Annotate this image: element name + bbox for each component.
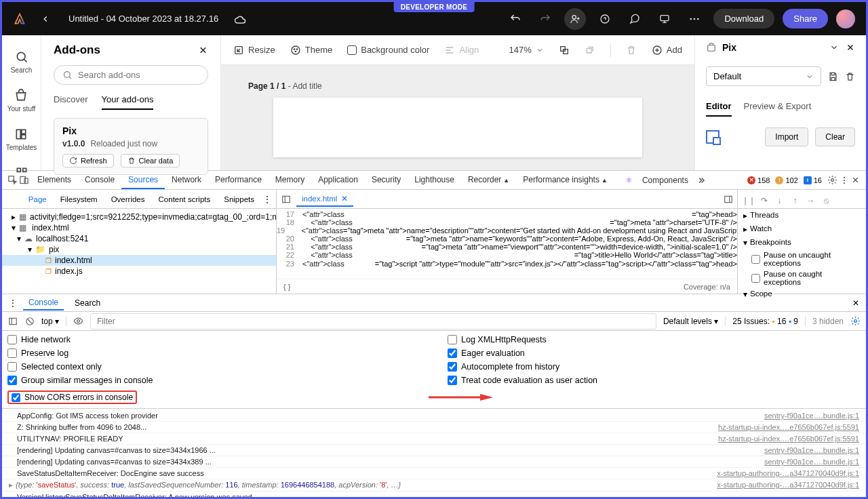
log-source[interactable]: x-startup-authoring-…a3471270040d9f.js:1	[717, 481, 859, 490]
tab-discover[interactable]: Discover	[54, 94, 88, 110]
tab-your-addons[interactable]: Your add-ons	[102, 94, 154, 110]
download-button[interactable]: Download	[713, 9, 774, 28]
close-icon[interactable]: ✕	[850, 298, 861, 308]
tab-editor[interactable]: Editor	[706, 101, 732, 117]
dt-tab-application[interactable]: Application	[311, 172, 365, 189]
addons-search[interactable]	[54, 65, 208, 85]
setting-show-cors[interactable]: Show CORS errors in console	[7, 391, 137, 404]
log-row[interactable]: VersionHistorySaveStatusDeltaItemReceive…	[2, 492, 866, 497]
close-icon[interactable]	[198, 45, 208, 56]
tree-row[interactable]: ❐index.js	[2, 266, 276, 277]
setting-hide-network[interactable]: Hide network	[7, 335, 420, 344]
dt-tab-performance[interactable]: Performance	[208, 172, 269, 189]
log-source[interactable]: sentry-f90a1ce….bundle.js:1	[764, 458, 859, 466]
bg-color-button[interactable]: Background color	[347, 45, 429, 55]
close-icon[interactable]	[846, 43, 855, 52]
error-count[interactable]: ✕158	[747, 176, 770, 184]
rail-search[interactable]: Search	[11, 45, 33, 83]
tree-row[interactable]: ▸▦activityi;fledge=1;src=9212252;type=in…	[2, 212, 276, 222]
log-row[interactable]: [rendering] Updating canvas=#canvas to s…	[2, 456, 866, 468]
redo-icon[interactable]	[534, 8, 556, 30]
dt-tab-memory[interactable]: Memory	[269, 172, 311, 189]
log-row[interactable]: [rendering] Updating canvas=#canvas to s…	[2, 445, 866, 456]
search-tab[interactable]: Search	[69, 296, 106, 310]
chevron-down-icon[interactable]	[829, 43, 839, 52]
close-icon[interactable]: ✕	[341, 194, 348, 203]
frame-tool-icon[interactable]	[706, 130, 719, 144]
layers-button[interactable]	[559, 45, 570, 56]
page-label[interactable]: Page 1 / 1 - Add title	[248, 81, 667, 91]
add-person-icon[interactable]	[564, 8, 586, 30]
refresh-button[interactable]: Refresh	[62, 154, 114, 167]
src-tab-snippets[interactable]: Snippets	[218, 193, 260, 206]
log-row[interactable]: Z: Shrinking buffer from 4096 to 2048...…	[2, 422, 866, 433]
tree-row[interactable]: ▾☁localhost:5241	[2, 233, 276, 244]
console-tab[interactable]: Console	[23, 296, 64, 311]
src-tab-page[interactable]: Page	[22, 193, 53, 206]
step-into-icon[interactable]: ↓	[774, 195, 785, 205]
addons-search-input[interactable]	[78, 70, 199, 80]
save-icon[interactable]	[828, 71, 838, 81]
log-source[interactable]: hz-startup-ui-index.…e7656b067ef.js:5591	[718, 423, 859, 431]
chk-uncaught[interactable]: Pause on uncaught exceptions	[738, 250, 866, 268]
settings-icon[interactable]	[827, 175, 837, 185]
rail-your-stuff[interactable]: Your stuff	[7, 83, 36, 122]
setting-log-xmlhttprequests[interactable]: Log XMLHttpRequests	[448, 335, 861, 344]
cloud-sync-icon[interactable]	[229, 8, 251, 30]
file-tab[interactable]: index.html✕	[296, 192, 353, 207]
import-button[interactable]: Import	[765, 127, 808, 146]
step-out-icon[interactable]: ↑	[790, 195, 800, 205]
src-tab-content-scripts[interactable]: Content scripts	[153, 193, 217, 206]
device-toggle-icon[interactable]	[19, 175, 29, 185]
page-rect[interactable]	[273, 98, 642, 157]
context-select[interactable]: top ▾	[41, 317, 66, 326]
dt-tab-performance-insights[interactable]: Performance insights▲	[516, 172, 614, 189]
close-icon[interactable]	[850, 175, 861, 185]
log-source[interactable]: sentry-f90a1ce….bundle.js:1	[764, 412, 859, 420]
info-count[interactable]: i16	[804, 176, 822, 184]
filter-input[interactable]	[95, 315, 652, 328]
theme-button[interactable]: Theme	[290, 45, 332, 56]
undo-icon[interactable]	[505, 8, 526, 30]
clear-data-button[interactable]: Clear data	[121, 154, 180, 167]
more-icon[interactable]	[684, 8, 705, 30]
chk-caught[interactable]: Pause on caught exceptions	[738, 268, 866, 287]
setting-autocomplete-from-history[interactable]: Autocomplete from history	[448, 362, 861, 372]
clear-console-icon[interactable]	[24, 316, 35, 326]
src-tab-filesystem[interactable]: Filesystem	[54, 193, 104, 206]
tree-row[interactable]: ▾▦index.html	[2, 222, 276, 233]
log-row[interactable]: ▸{type: 'saveStatus', success: true, las…	[2, 479, 866, 492]
comment-icon[interactable]	[624, 8, 646, 30]
tree-row[interactable]: ❐index.html	[2, 255, 276, 266]
more-vert-icon[interactable]: ⋮	[7, 298, 18, 308]
settings-icon[interactable]	[850, 316, 861, 326]
log-source[interactable]: x-startup-authoring-…a3471270040d9f.js:1	[717, 469, 859, 477]
setting-eager-evaluation[interactable]: Eager evaluation	[448, 348, 861, 358]
warning-count[interactable]: !102	[775, 176, 797, 184]
tree-row[interactable]: ▾📁pix	[2, 244, 276, 255]
more-tabs-icon[interactable]	[696, 175, 707, 185]
braces-icon[interactable]: { }	[283, 283, 290, 291]
more-vert-icon[interactable]	[839, 175, 849, 185]
inspect-icon[interactable]	[7, 175, 18, 185]
document-title[interactable]: Untitled - 04 October 2023 at 18.27.16	[68, 14, 218, 24]
sidebar-icon[interactable]	[7, 316, 18, 326]
share-button[interactable]: Share	[783, 9, 828, 28]
sidebar-right-icon[interactable]	[723, 194, 733, 204]
levels-select[interactable]: Default levels ▾	[663, 317, 718, 326]
addon-card[interactable]: Pix v1.0.0Reloaded just now Refresh Clea…	[54, 118, 208, 175]
console-log[interactable]: AppConfig: Got IMS access token provider…	[2, 409, 866, 497]
add-button[interactable]: Add	[652, 45, 682, 56]
code-editor[interactable]: 17<"attr">class="tag">head>18 <"attr">cl…	[277, 209, 737, 279]
zoom-level[interactable]: 147%	[509, 45, 544, 55]
log-row[interactable]: AppConfig: Got IMS access token provider…	[2, 410, 866, 422]
trash-icon[interactable]	[845, 71, 855, 81]
setting-selected-context-only[interactable]: Selected context only	[7, 362, 420, 372]
present-icon[interactable]	[654, 8, 675, 30]
eye-icon[interactable]	[73, 316, 83, 326]
sec-breakpoints[interactable]: ▾Breakpoints	[738, 236, 866, 250]
step-icon[interactable]: →	[806, 195, 816, 205]
sec-threads[interactable]: ▸Threads	[738, 209, 866, 222]
sidebar-toggle-icon[interactable]	[281, 194, 291, 204]
setting-group-similar-messages-in-console[interactable]: Group similar messages in console	[7, 376, 420, 385]
